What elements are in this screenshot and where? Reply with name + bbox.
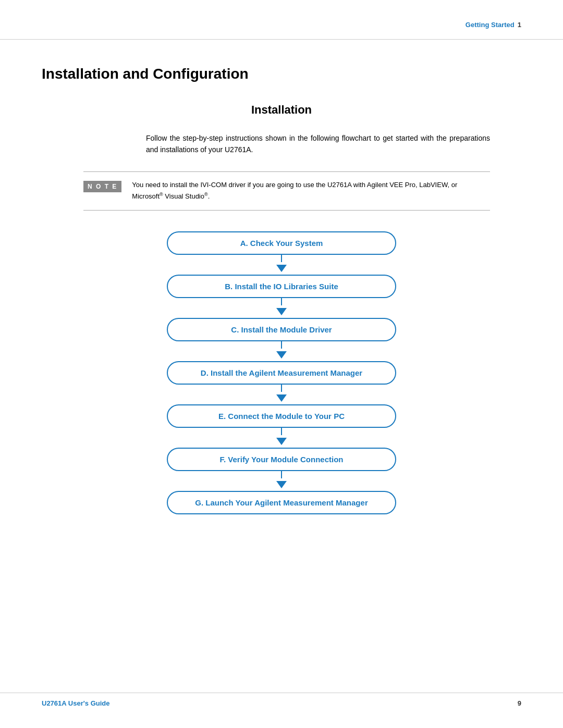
- page-container: Getting Started 1 Installation and Confi…: [0, 0, 563, 728]
- chapter-label: Getting Started: [466, 21, 515, 29]
- flowchart-box-b: B. Install the IO Libraries Suite: [167, 275, 396, 298]
- arrow-head: [276, 394, 287, 402]
- arrow-f-g: [276, 471, 287, 491]
- flowchart-container: A. Check Your System B. Install the IO L…: [42, 231, 521, 514]
- flowchart-step-b: B. Install the IO Libraries Suite: [167, 275, 396, 298]
- section-title: Installation and Configuration: [42, 66, 521, 82]
- flowchart-label-a: A. Check Your System: [240, 239, 323, 248]
- flowchart-box-c: C. Install the Module Driver: [167, 318, 396, 341]
- arrow-head: [276, 308, 287, 315]
- arrow-head: [276, 438, 287, 445]
- arrow-line: [281, 341, 282, 349]
- subsection-title: Installation: [42, 103, 521, 117]
- arrow-c-d: [276, 341, 287, 361]
- body-paragraph: Follow the step-by-step instructions sho…: [146, 134, 490, 154]
- header-page-number: 1: [518, 21, 521, 29]
- arrow-a-b: [276, 255, 287, 275]
- flowchart-label-e: E. Connect the Module to Your PC: [218, 412, 345, 421]
- body-text: Follow the step-by-step instructions sho…: [146, 132, 490, 156]
- flowchart-step-a: A. Check Your System: [167, 231, 396, 255]
- flowchart-step-d: D. Install the Agilent Measurement Manag…: [167, 361, 396, 385]
- header-bar: Getting Started 1: [0, 0, 563, 40]
- flowchart-label-f: F. Verify Your Module Connection: [220, 455, 344, 464]
- flowchart-box-f: F. Verify Your Module Connection: [167, 448, 396, 471]
- arrow-head: [276, 481, 287, 488]
- footer-page-number: 9: [518, 699, 521, 707]
- arrow-d-e: [276, 385, 287, 404]
- main-content: Installation and Configuration Installat…: [0, 40, 563, 556]
- arrow-line: [281, 298, 282, 305]
- flowchart-step-c: C. Install the Module Driver: [167, 318, 396, 341]
- arrow-e-f: [276, 428, 287, 448]
- arrow-line: [281, 255, 282, 262]
- flowchart-box-a: A. Check Your System: [167, 231, 396, 255]
- note-text: You need to install the IVI-COM driver i…: [132, 180, 490, 202]
- flowchart-box-d: D. Install the Agilent Measurement Manag…: [167, 361, 396, 385]
- flowchart-box-e: E. Connect the Module to Your PC: [167, 404, 396, 428]
- note-label: N O T E: [83, 181, 121, 192]
- flowchart-box-g: G. Launch Your Agilent Measurement Manag…: [167, 491, 396, 514]
- flowchart-step-e: E. Connect the Module to Your PC: [167, 404, 396, 428]
- arrow-line: [281, 471, 282, 478]
- flowchart-label-d: D. Install the Agilent Measurement Manag…: [201, 368, 362, 377]
- flowchart-label-b: B. Install the IO Libraries Suite: [225, 282, 338, 291]
- flowchart-step-g: G. Launch Your Agilent Measurement Manag…: [167, 491, 396, 514]
- note-box: N O T E You need to install the IVI-COM …: [83, 171, 490, 211]
- arrow-line: [281, 385, 282, 392]
- flowchart-step-f: F. Verify Your Module Connection: [167, 448, 396, 471]
- arrow-b-c: [276, 298, 287, 318]
- arrow-head: [276, 265, 287, 272]
- footer-guide-label: U2761A User's Guide: [42, 699, 110, 707]
- arrow-head: [276, 351, 287, 359]
- flowchart-label-g: G. Launch Your Agilent Measurement Manag…: [195, 498, 368, 507]
- flowchart-label-c: C. Install the Module Driver: [231, 325, 332, 334]
- arrow-line: [281, 428, 282, 435]
- footer: U2761A User's Guide 9: [0, 693, 563, 707]
